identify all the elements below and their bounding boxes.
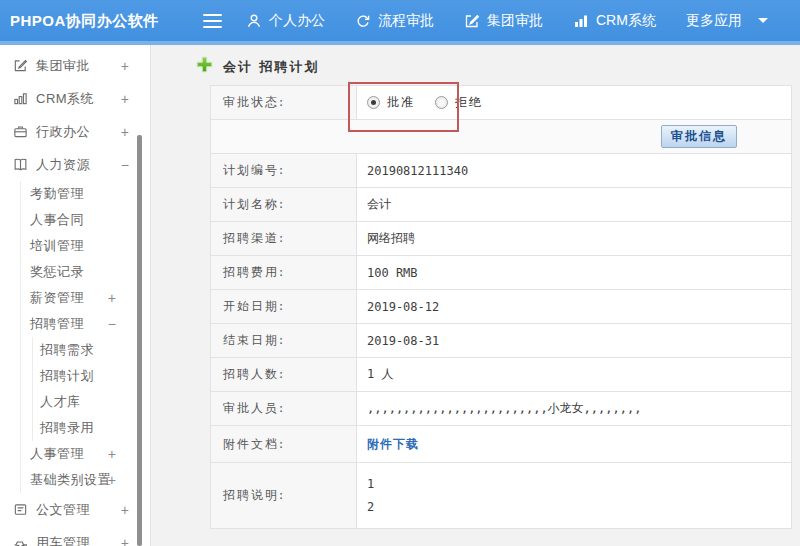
field-value: 网络招聘 [357,222,791,255]
form-row-plan-name: 计划名称: 会计 [211,188,791,222]
description-line: 2 [367,500,374,514]
collapse-icon[interactable]: − [108,316,116,332]
sidebar-item-recruitment-hiring[interactable]: 招聘录用 [33,415,150,441]
sidebar-item-label: 公文管理 [36,501,90,519]
field-label: 招聘说明: [211,463,357,528]
sidebar-item-salary[interactable]: 薪资管理 + [21,285,150,311]
sidebar-item-label: 招聘录用 [40,419,94,437]
sidebar-item-admin-office[interactable]: 行政办公 + [0,115,150,148]
recruitment-submenu: 招聘需求 招聘计划 人才库 招聘录用 [32,337,150,441]
form-row-headcount: 招聘人数: 1 人 [211,358,791,392]
nav-label: 集团审批 [487,12,543,30]
sidebar-item-label: 考勤管理 [30,185,84,203]
nav-label: CRM系统 [596,12,656,30]
sidebar-menu: 集团审批 + CRM系统 + 行政办公 + [0,45,151,546]
edit-square-icon [12,58,28,74]
field-value: 会计 [357,188,791,221]
field-value: 2019-08-12 [357,290,791,323]
bar-chart-icon [12,91,28,107]
nav-personal-office[interactable]: 个人办公 [246,12,325,30]
form-row-description: 招聘说明: 1 2 [211,463,791,529]
nav-label: 个人办公 [269,12,325,30]
field-value: 20190812111340 [357,154,791,187]
expand-icon[interactable]: + [108,290,116,306]
sidebar-item-training[interactable]: 培训管理 [21,233,150,259]
radio-approve-label[interactable]: 批准 [387,94,415,111]
sidebar-item-label: 招聘计划 [40,367,94,385]
sidebar-scrollbar-thumb[interactable] [137,135,142,546]
breadcrumb: 会计 招聘计划 [196,56,320,77]
nav-label: 流程审批 [378,12,434,30]
expand-icon[interactable]: + [108,472,116,488]
description-line: 1 [367,477,374,491]
form-row-attachment: 附件文档: 附件下载 [211,426,791,463]
sidebar-item-rewards-punishments[interactable]: 奖惩记录 [21,259,150,285]
nav-label: 更多应用 [686,12,742,30]
page-title: 会计 招聘计划 [223,58,320,76]
sidebar-item-crm[interactable]: CRM系统 + [0,82,150,115]
sidebar-item-label: 奖惩记录 [30,263,84,281]
sidebar-item-label: 招聘需求 [40,341,94,359]
nav-crm-system[interactable]: CRM系统 [573,12,656,30]
expand-icon[interactable]: + [121,124,129,140]
sidebar-item-recruitment-demand[interactable]: 招聘需求 [33,337,150,363]
form-row-start-date: 开始日期: 2019-08-12 [211,290,791,324]
hr-submenu: 考勤管理 人事合同 培训管理 奖惩记录 薪资管理 + 招聘管理 − 招聘需求 [20,181,150,493]
sidebar-item-label: 人力资源 [36,156,90,174]
top-navigation-bar: PHPOA协同办公软件 个人办公 流程审批 [0,0,800,45]
nav-group-approval[interactable]: 集团审批 [464,12,543,30]
hamburger-menu-icon[interactable] [203,14,222,28]
sidebar-item-attendance[interactable]: 考勤管理 [21,181,150,207]
sidebar-item-recruitment-plan[interactable]: 招聘计划 [33,363,150,389]
refresh-icon [355,13,371,29]
car-icon [12,535,28,546]
field-label: 招聘渠道: [211,222,357,255]
sidebar-item-label: 人事合同 [30,211,84,229]
add-icon [196,56,213,77]
sidebar-item-group-approval[interactable]: 集团审批 + [0,49,150,82]
sidebar-item-hr-contract[interactable]: 人事合同 [21,207,150,233]
nav-workflow-approval[interactable]: 流程审批 [355,12,434,30]
app-logo[interactable]: PHPOA协同办公软件 [10,0,159,41]
approval-status-radio-group: 批准 拒绝 [357,86,791,119]
form-row-recruitment-cost: 招聘费用: 100 RMB [211,256,791,290]
expand-icon[interactable]: + [121,91,129,107]
radio-reject[interactable] [435,96,448,109]
field-value: 1 人 [357,358,791,391]
form-row-end-date: 结束日期: 2019-08-31 [211,324,791,358]
attachment-download-link[interactable]: 附件下载 [367,436,419,453]
sidebar-item-recruitment[interactable]: 招聘管理 − [21,311,150,337]
sidebar-item-label: 行政办公 [36,123,90,141]
main-content: 会计 招聘计划 审批状态: 批准 拒绝 审批信息 计划编号: 201908121… [151,45,800,546]
nav-more-apps[interactable]: 更多应用 [686,12,768,30]
field-label: 招聘人数: [211,358,357,391]
sidebar-item-base-category-settings[interactable]: 基础类别设置 + [21,467,150,493]
sidebar-item-talent-pool[interactable]: 人才库 [33,389,150,415]
bar-chart-icon [573,13,589,29]
expand-icon[interactable]: + [121,535,129,546]
top-nav: 个人办公 流程审批 集团审批 CRM系统 [246,0,768,41]
field-label: 开始日期: [211,290,357,323]
radio-reject-label[interactable]: 拒绝 [455,94,483,111]
approval-info-button[interactable]: 审批信息 [661,125,737,148]
briefcase-icon [12,124,28,140]
sidebar-item-official-documents[interactable]: 公文管理 + [0,493,150,526]
field-value: 1 2 [357,463,791,528]
field-value: ,,,,,,,,,,,,,,,,,,,,,,,,,小龙女,,,,,,,, [357,392,791,425]
recruitment-plan-detail-table: 审批状态: 批准 拒绝 审批信息 计划编号: 20190812111340 计划… [210,85,792,529]
expand-icon[interactable]: + [121,58,129,74]
field-label: 结束日期: [211,324,357,357]
field-value: 2019-08-31 [357,324,791,357]
sidebar-item-human-resources[interactable]: 人力资源 − [0,148,150,181]
radio-approve[interactable] [367,96,380,109]
sidebar-item-label: 用车管理 [36,534,90,546]
field-value: 100 RMB [357,256,791,289]
form-row-approvers: 审批人员: ,,,,,,,,,,,,,,,,,,,,,,,,,小龙女,,,,,,… [211,392,791,426]
collapse-icon[interactable]: − [121,157,129,173]
expand-icon[interactable]: + [108,446,116,462]
sidebar-item-personnel-management[interactable]: 人事管理 + [21,441,150,467]
sidebar-item-label: 培训管理 [30,237,84,255]
expand-icon[interactable]: + [121,502,129,518]
sidebar-item-vehicle-management[interactable]: 用车管理 + [0,526,150,546]
user-icon [246,13,262,29]
